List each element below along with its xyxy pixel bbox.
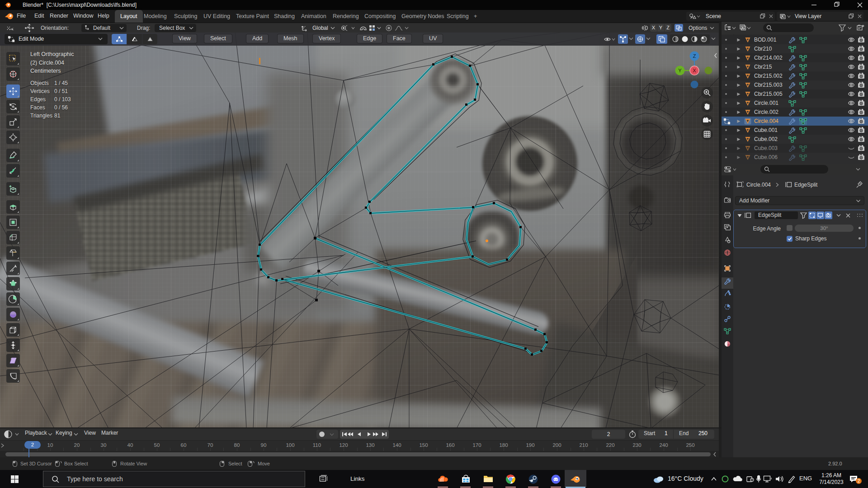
svg-text:Z: Z xyxy=(693,53,696,59)
svg-text:X: X xyxy=(693,68,696,73)
svg-text:Y: Y xyxy=(678,68,682,73)
